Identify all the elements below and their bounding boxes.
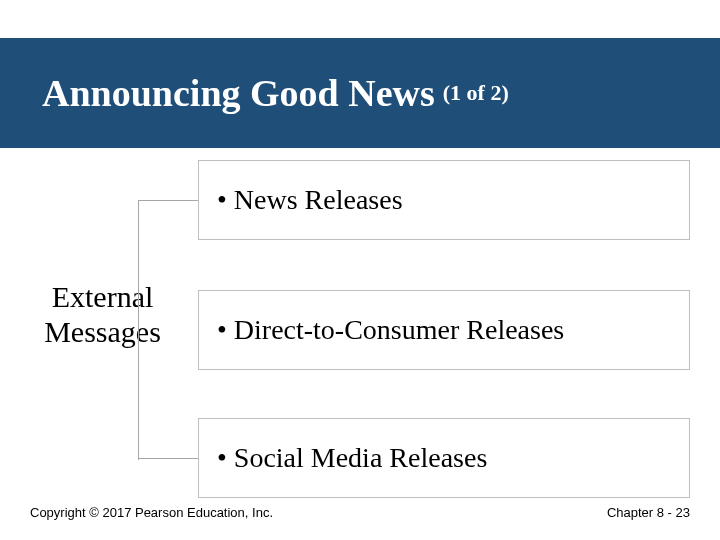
connector-horizontal-1 bbox=[138, 200, 198, 201]
item-box-2: • Direct-to-Consumer Releases bbox=[198, 290, 690, 370]
item-box-3: • Social Media Releases bbox=[198, 418, 690, 498]
diagram-area: External Messages • News Releases • Dire… bbox=[20, 160, 700, 480]
category-label-line1: External bbox=[52, 280, 154, 313]
slide-title-suffix: (1 of 2) bbox=[443, 80, 509, 106]
category-label-line2: Messages bbox=[44, 315, 161, 348]
item-text-1: • News Releases bbox=[217, 184, 403, 216]
copyright-text: Copyright © 2017 Pearson Education, Inc. bbox=[30, 505, 273, 520]
title-bar: Announcing Good News (1 of 2) bbox=[0, 38, 720, 148]
item-text-3: • Social Media Releases bbox=[217, 442, 487, 474]
connector-horizontal-3 bbox=[138, 458, 198, 459]
slide-title: Announcing Good News bbox=[42, 71, 435, 115]
page-indicator: Chapter 8 - 23 bbox=[607, 505, 690, 520]
item-text-2: • Direct-to-Consumer Releases bbox=[217, 314, 564, 346]
category-label: External Messages bbox=[20, 280, 185, 349]
item-box-1: • News Releases bbox=[198, 160, 690, 240]
footer: Copyright © 2017 Pearson Education, Inc.… bbox=[30, 505, 690, 520]
